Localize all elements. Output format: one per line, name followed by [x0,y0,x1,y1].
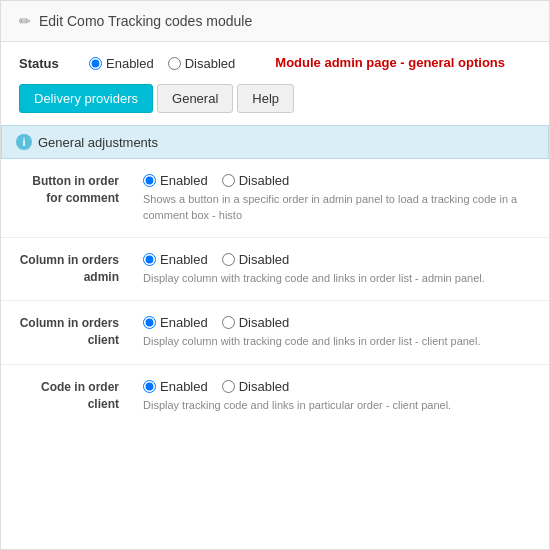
setting-description: Display tracking code and links in parti… [143,398,537,413]
status-disabled-option[interactable]: Disabled [168,56,236,71]
radio-row: Enabled Disabled [143,252,537,267]
disabled-option[interactable]: Disabled [222,252,290,267]
disabled-radio[interactable] [222,174,235,187]
setting-control: Enabled Disabled Display column with tra… [131,237,549,300]
status-disabled-label[interactable]: Disabled [185,56,236,71]
status-enabled-label[interactable]: Enabled [106,56,154,71]
tab-delivery-providers[interactable]: Delivery providers [19,84,153,113]
module-note: Module admin page - general options [275,54,505,72]
status-enabled-option[interactable]: Enabled [89,56,154,71]
info-icon: i [16,134,32,150]
setting-label: Code in order client [1,364,131,427]
disabled-label[interactable]: Disabled [239,173,290,188]
tab-help[interactable]: Help [237,84,294,113]
page-title: Edit Como Tracking codes module [39,13,252,29]
status-radio-group: Enabled Disabled [89,56,235,71]
enabled-option[interactable]: Enabled [143,379,208,394]
table-row: Column in orders client Enabled Disabled… [1,301,549,364]
disabled-radio[interactable] [222,253,235,266]
enabled-radio[interactable] [143,316,156,329]
setting-control: Enabled Disabled Shows a button in a spe… [131,159,549,237]
setting-label: Column in orders admin [1,237,131,300]
setting-description: Display column with tracking code and li… [143,334,537,349]
setting-control: Enabled Disabled Display column with tra… [131,301,549,364]
disabled-option[interactable]: Disabled [222,379,290,394]
disabled-option[interactable]: Disabled [222,315,290,330]
enabled-radio[interactable] [143,253,156,266]
status-label: Status [19,56,79,71]
enabled-label[interactable]: Enabled [160,315,208,330]
disabled-radio[interactable] [222,316,235,329]
tab-general[interactable]: General [157,84,233,113]
enabled-label[interactable]: Enabled [160,379,208,394]
setting-label: Button in order for comment [1,159,131,237]
radio-row: Enabled Disabled [143,173,537,188]
status-bar: Status Enabled Disabled Module admin pag… [1,42,549,84]
disabled-option[interactable]: Disabled [222,173,290,188]
disabled-label[interactable]: Disabled [239,379,290,394]
table-row: Code in order client Enabled Disabled Di… [1,364,549,427]
page-header: ✏ Edit Como Tracking codes module [1,1,549,42]
section-title: General adjustments [38,135,158,150]
table-row: Column in orders admin Enabled Disabled … [1,237,549,300]
tabs-bar: Delivery providers General Help [1,84,549,125]
section-header: i General adjustments [1,125,549,159]
disabled-radio[interactable] [222,380,235,393]
enabled-radio[interactable] [143,174,156,187]
setting-description: Shows a button in a specific order in ad… [143,192,537,223]
radio-row: Enabled Disabled [143,379,537,394]
page-wrapper: ✏ Edit Como Tracking codes module Status… [0,0,550,550]
disabled-label[interactable]: Disabled [239,252,290,267]
setting-control: Enabled Disabled Display tracking code a… [131,364,549,427]
status-enabled-radio[interactable] [89,57,102,70]
edit-icon: ✏ [19,13,31,29]
enabled-option[interactable]: Enabled [143,252,208,267]
setting-label: Column in orders client [1,301,131,364]
enabled-radio[interactable] [143,380,156,393]
enabled-label[interactable]: Enabled [160,252,208,267]
setting-description: Display column with tracking code and li… [143,271,537,286]
enabled-label[interactable]: Enabled [160,173,208,188]
status-disabled-radio[interactable] [168,57,181,70]
disabled-label[interactable]: Disabled [239,315,290,330]
radio-row: Enabled Disabled [143,315,537,330]
enabled-option[interactable]: Enabled [143,173,208,188]
enabled-option[interactable]: Enabled [143,315,208,330]
settings-table: Button in order for comment Enabled Disa… [1,159,549,427]
table-row: Button in order for comment Enabled Disa… [1,159,549,237]
